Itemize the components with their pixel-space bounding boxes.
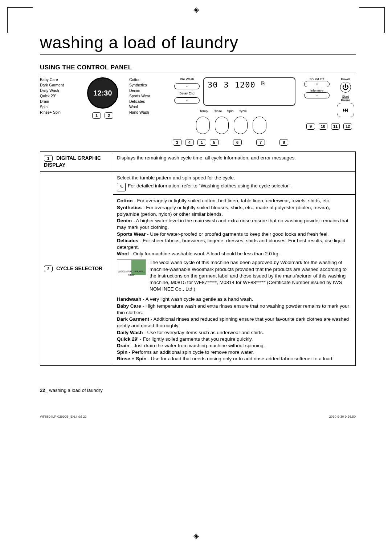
cycle-label-btn: Cycle [239, 109, 247, 113]
callout-number: 10 [319, 123, 327, 130]
woolmark-icon: WOOLMARK APPAREL CARE [117, 259, 146, 275]
source-file: WF8804LP-02990B_EN.indd 22 [40, 415, 87, 418]
rinse-label: Rinse [214, 109, 222, 113]
power-icon: ⏻ [340, 82, 351, 93]
print-timestamp: 2010-9-30 9:26:50 [329, 415, 356, 418]
start-label: Start [337, 95, 354, 98]
rinse-value: 3 [224, 80, 229, 89]
registration-mark-icon: ◈ [193, 5, 199, 14]
spin-value: 1200 [235, 80, 256, 89]
right-cycle-labels: Cotton Synthetics Denim Sports Wear Deli… [129, 77, 166, 146]
cotton-text: - For averagely or lightly soiled cotton… [132, 198, 330, 203]
rinsespin-label: Rinse + Spin [117, 356, 146, 361]
dailywash-label: Daily Wash [117, 330, 143, 335]
callout-number: 3 [173, 139, 181, 146]
control-panel-diagram: Baby Care Dark Garment Daily Wash Quick … [40, 77, 356, 146]
row-text: Displays the remaining wash cycle time, … [113, 152, 356, 172]
temp-value: 30 [208, 80, 218, 89]
handwash-text: - A very light wash cycle as gentle as a… [142, 296, 253, 302]
prewash-button-icon: ○ [174, 83, 200, 89]
intensive-label: Intensive [304, 89, 330, 92]
crop-mark [7, 7, 33, 33]
intensive-button-icon: ○ [304, 92, 330, 98]
cycle-label: Drain [40, 99, 76, 104]
cycle-label: Dark Garment [40, 83, 76, 87]
page-footer: 22_ washing a load of laundry [40, 388, 103, 393]
quick29-label: Quick 29' [117, 336, 139, 342]
divider [113, 194, 355, 195]
denim-text: - A higher water level in the main wash … [117, 218, 348, 230]
description-table: 1 DIGITAL GRAPHIC DISPLAY Displays the r… [40, 151, 356, 366]
page-title: washing a load of laundry [40, 33, 356, 55]
callout-number: 8 [279, 139, 288, 146]
callout-number: 11 [331, 123, 340, 130]
sportswear-label: Sports Wear [117, 231, 146, 237]
dailywash-text: - Use for everyday items such as underwe… [143, 330, 264, 335]
crop-mark [359, 7, 385, 33]
startpause-button-icon: ⏭ [337, 103, 354, 117]
denim-label: Denim [117, 218, 132, 223]
spin-button-icon [234, 117, 248, 134]
cycle-label: Denim [129, 88, 166, 93]
row-intro: Select the tumble pattern and spin speed… [117, 175, 352, 181]
babycare-label: Baby Care [117, 303, 141, 309]
cycle-dial-icon: 12:30 [87, 77, 118, 109]
temp-label: Temp. [200, 109, 209, 113]
wool-text: - Only for machine-washable wool. A load… [129, 251, 280, 256]
wool-label: Wool [117, 251, 129, 256]
synthetics-label: Synthetics [117, 205, 142, 210]
delayend-button-icon: ○ [174, 97, 200, 104]
woolmark-text: The wool wash cycle of this machine has … [150, 259, 352, 292]
row-number: 2 [44, 266, 53, 272]
spin-label: Spin [227, 109, 234, 113]
drain-text: - Just drain the water from washing mach… [130, 343, 265, 348]
cycle-label: Quick 29' [40, 94, 76, 98]
power-label: Power [337, 77, 354, 81]
cycle-label: Baby Care [40, 77, 76, 82]
handwash-label: Handwash [117, 296, 142, 302]
callout-number: 6 [233, 139, 242, 146]
dial-display: 12:30 [93, 89, 112, 97]
manual-icon: ✎ [117, 183, 126, 191]
table-row: 1 DIGITAL GRAPHIC DISPLAY Displays the r… [40, 152, 356, 172]
darkgarment-text: - Additional rinses and reduced spinning… [117, 316, 349, 328]
babycare-text: - High temperature wash and extra rinses… [117, 303, 349, 315]
temp-button-icon [196, 117, 210, 134]
cycle-label: Wool [129, 105, 166, 109]
cycle-label: Daily Wash [40, 88, 76, 93]
synthetics-text: - For averagely or lightly soiled blouse… [117, 205, 330, 217]
cycle-label: Hand Wash [129, 110, 166, 114]
rinse-button-icon [215, 117, 229, 134]
callout-number: 4 [185, 139, 194, 146]
callout-number: 1 [197, 139, 206, 146]
drain-label: Drain [117, 343, 130, 348]
soundoff-label: Sound Off [304, 77, 330, 81]
callout-number: 5 [210, 139, 219, 146]
cycle-label: Rinse+ Spin [40, 110, 76, 114]
soundoff-button-icon: ○ [304, 81, 330, 87]
table-row: 2 CYCLE SELECTOR Select the tumble patte… [40, 172, 356, 365]
page-footer-label: _ washing a load of laundry [45, 388, 102, 393]
cycle-label: Cotton [129, 77, 166, 82]
cotton-label: Cotton [117, 198, 132, 203]
cycle-label: Sports Wear [129, 94, 166, 98]
sportswear-text: - Use for water-proofed or proofed garme… [146, 231, 328, 237]
cycle-label: Synthetics [129, 83, 166, 87]
row-number: 1 [44, 155, 53, 162]
delicates-text: - For sheer fabrics, brassieres, lingeri… [117, 238, 346, 250]
prewash-label: Pre Wash [180, 77, 194, 81]
row-label: CYCLE SELECTOR [56, 266, 102, 271]
callout-number: 1 [92, 112, 101, 119]
delayend-label: Delay End [179, 92, 195, 95]
callout-number: 9 [306, 123, 315, 130]
cycle-label: Delicates [129, 99, 166, 104]
callout-number: 12 [343, 123, 352, 130]
row-refer: For detailed information, refer to "Wash… [128, 183, 292, 189]
pause-label: Pause [337, 98, 354, 102]
quick29-text: - For lightly soiled garments that you r… [139, 336, 253, 342]
digital-display-icon: 30 3 1200 ⎘ [203, 77, 295, 106]
callout-number: 7 [256, 139, 265, 146]
spin-label: Spin [117, 349, 127, 355]
darkgarment-label: Dark Garment [117, 316, 149, 322]
callout-number: 2 [105, 112, 113, 119]
